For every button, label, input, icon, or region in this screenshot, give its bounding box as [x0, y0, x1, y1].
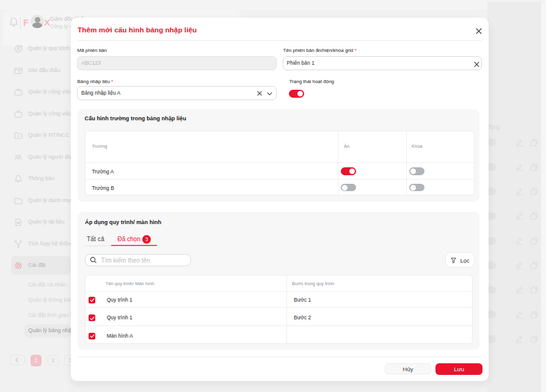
svg-text:A: A: [17, 134, 20, 138]
